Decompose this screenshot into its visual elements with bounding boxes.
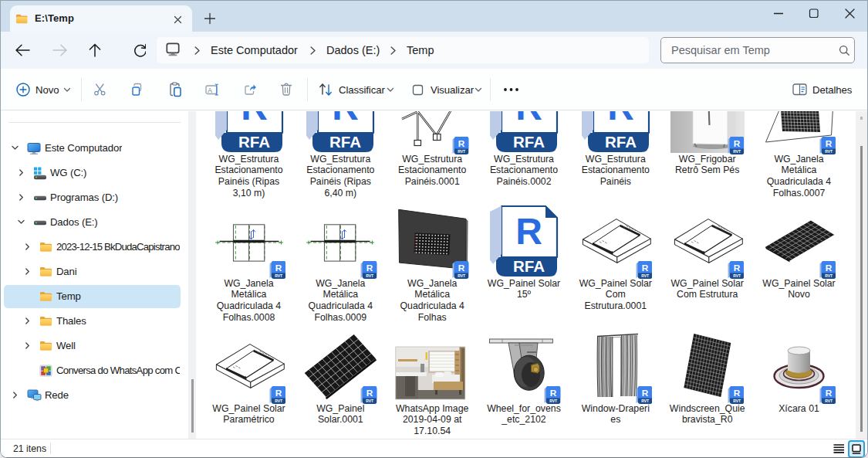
svg-text:A: A xyxy=(208,87,212,94)
